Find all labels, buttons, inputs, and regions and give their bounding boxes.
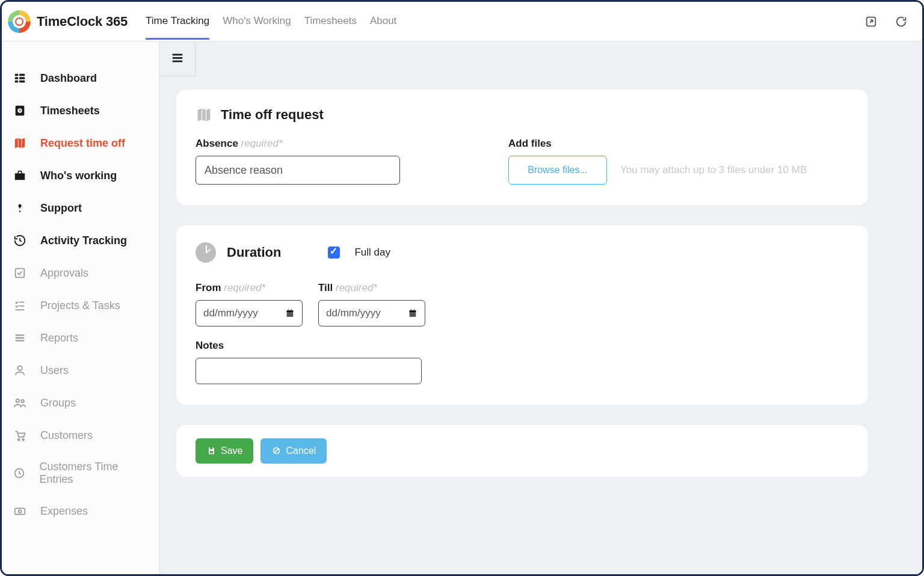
cart-icon [13, 428, 27, 443]
card-actions: Save Cancel [176, 425, 868, 477]
save-label: Save [221, 446, 242, 456]
cancel-button[interactable]: Cancel [260, 438, 327, 464]
calendar-icon [285, 308, 295, 318]
cancel-label: Cancel [286, 446, 316, 456]
svg-rect-30 [414, 309, 414, 311]
sidebar-item-label: Who's working [40, 170, 117, 182]
history-icon [13, 233, 27, 248]
sidebar-item-label: Timesheets [40, 105, 100, 117]
browse-files-button[interactable]: Browse files... [508, 156, 607, 185]
sidebar-item-label: Groups [40, 397, 76, 409]
from-date-input[interactable]: dd/mm/yyyy [196, 300, 303, 326]
top-nav: Time Tracking Who's Working Timesheets A… [146, 3, 396, 40]
sidebar-item-label: Users [40, 364, 69, 377]
header: TimeClock 365 Time Tracking Who's Workin… [2, 2, 922, 41]
svg-point-15 [18, 439, 20, 441]
sidebar-item-support[interactable]: Support [2, 192, 159, 224]
svg-rect-21 [172, 57, 182, 59]
briefcase-icon [13, 168, 27, 183]
svg-rect-32 [210, 451, 213, 453]
cancel-icon [271, 446, 281, 456]
svg-rect-6 [19, 81, 25, 83]
hamburger-icon[interactable] [171, 51, 184, 67]
sidebar-item-label: Approvals [40, 267, 88, 280]
checklist-icon [13, 298, 27, 313]
sidebar-item-approvals[interactable]: Approvals [2, 257, 159, 289]
sidebar-item-customers-time-entries[interactable]: Customers Time Entries [2, 452, 159, 495]
sidebar-item-label: Customers Time Entries [40, 461, 148, 486]
svg-rect-1 [15, 74, 19, 76]
sidebar-item-projects-tasks[interactable]: Projects & Tasks [2, 289, 159, 322]
sidebar-item-reports[interactable]: Reports [2, 322, 159, 354]
till-placeholder: dd/mm/yyyy [326, 307, 381, 319]
sidebar-item-label: Projects & Tasks [40, 299, 120, 312]
sidebar-item-label: Activity Tracking [40, 234, 127, 247]
svg-rect-24 [287, 310, 294, 312]
save-icon [206, 446, 216, 456]
svg-rect-25 [288, 309, 289, 311]
clock-fill-icon [196, 242, 216, 263]
dashboard-icon [13, 71, 27, 85]
save-button[interactable]: Save [196, 438, 253, 464]
sidebar: Dashboard Timesheets Request time off Wh… [2, 41, 159, 574]
map-icon [13, 136, 27, 150]
topnav-time-tracking[interactable]: Time Tracking [146, 3, 209, 40]
svg-point-12 [17, 366, 22, 370]
svg-rect-9 [15, 173, 25, 180]
brand-name: TimeClock 365 [37, 14, 128, 29]
sidebar-item-groups[interactable]: Groups [2, 387, 159, 419]
refresh-icon[interactable] [895, 15, 908, 28]
clock-icon [13, 466, 26, 480]
svg-rect-31 [210, 447, 212, 449]
topnav-whos-working[interactable]: Who's Working [223, 3, 291, 40]
sidebar-item-request-time-off[interactable]: Request time off [2, 127, 159, 159]
svg-rect-28 [410, 310, 416, 312]
sidebar-item-activity-tracking[interactable]: Activity Tracking [2, 224, 159, 257]
timesheets-icon [13, 103, 27, 118]
duration-title: Duration [227, 245, 281, 260]
absence-field: Absence required* Absence reason [196, 138, 400, 185]
sidebar-item-customers[interactable]: Customers [2, 419, 159, 452]
map-icon [196, 106, 212, 123]
sidebar-item-expenses[interactable]: Expenses [2, 495, 159, 527]
files-hint: You may attach up to 3 files under 10 MB [620, 164, 807, 176]
user-icon [13, 363, 27, 378]
absence-select[interactable]: Absence reason [196, 156, 400, 185]
required-note: required* [241, 138, 283, 149]
svg-rect-22 [172, 60, 182, 62]
svg-point-13 [16, 399, 19, 403]
absence-placeholder: Absence reason [205, 164, 283, 177]
sidebar-item-users[interactable]: Users [2, 354, 159, 387]
notes-input[interactable] [196, 358, 422, 384]
card-time-off-request: Time off request Absence required* Absen… [176, 90, 868, 205]
fullday-label: Full day [354, 247, 390, 259]
check-square-icon [13, 266, 27, 280]
main-area: Time off request Absence required* Absen… [159, 41, 922, 574]
svg-rect-18 [15, 508, 25, 514]
addfiles-label: Add files [508, 138, 552, 149]
sidebar-item-whos-working[interactable]: Who's working [2, 159, 159, 192]
svg-point-14 [21, 400, 24, 403]
addfiles-field: Add files Browse files... You may attach… [508, 138, 807, 185]
svg-rect-11 [16, 269, 25, 278]
svg-rect-4 [19, 74, 25, 76]
till-date-input[interactable]: dd/mm/yyyy [318, 300, 425, 326]
topnav-about[interactable]: About [370, 3, 396, 40]
required-note: required* [336, 282, 377, 293]
fullday-checkbox[interactable] [328, 247, 340, 259]
topnav-timesheets[interactable]: Timesheets [304, 3, 357, 40]
notes-label: Notes [196, 340, 224, 351]
sidebar-item-label: Reports [40, 332, 78, 345]
svg-point-19 [19, 510, 22, 513]
svg-rect-2 [15, 77, 19, 79]
required-note: required* [224, 282, 265, 293]
open-external-icon[interactable] [864, 15, 878, 28]
till-label: Till [318, 282, 333, 293]
svg-rect-26 [291, 309, 292, 311]
calendar-icon [408, 308, 417, 318]
sidebar-item-dashboard[interactable]: Dashboard [2, 62, 159, 94]
sidebar-item-label: Dashboard [40, 72, 97, 85]
svg-point-10 [19, 210, 21, 212]
sidebar-item-timesheets[interactable]: Timesheets [2, 94, 159, 127]
absence-label: Absence [196, 138, 238, 149]
